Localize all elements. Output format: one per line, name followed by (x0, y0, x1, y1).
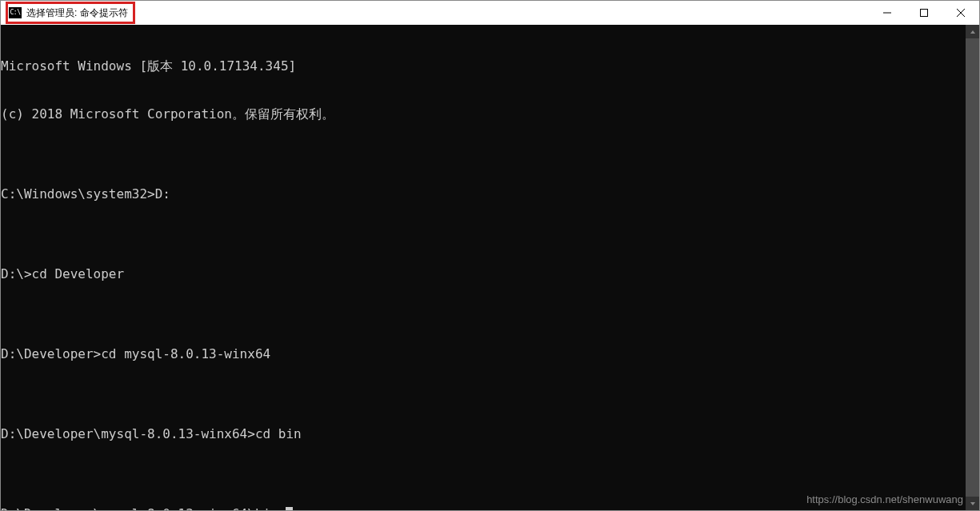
prompt-text: D:\Developer\mysql-8.0.13-winx64\bin> (1, 506, 286, 510)
minimize-icon (883, 9, 891, 17)
close-icon (957, 9, 965, 17)
output-line: D:\>cd Developer (1, 266, 966, 282)
window-controls (869, 1, 979, 25)
title-left: C:\ 选择管理员: 命令提示符 (6, 2, 135, 24)
title-highlight-annotation: C:\ 选择管理员: 命令提示符 (6, 2, 135, 24)
chevron-up-icon (970, 29, 976, 35)
scrollbar-track[interactable] (966, 38, 979, 497)
output-line: D:\Developer>cd mysql-8.0.13-winx64 (1, 346, 966, 362)
svg-rect-1 (921, 10, 928, 17)
close-button[interactable] (942, 1, 979, 25)
output-line: Microsoft Windows [版本 10.0.17134.345] (1, 58, 966, 74)
scrollbar-thumb[interactable] (966, 38, 979, 497)
terminal-area: Microsoft Windows [版本 10.0.17134.345] (c… (1, 25, 979, 510)
output-line: D:\Developer\mysql-8.0.13-winx64>cd bin (1, 426, 966, 442)
scroll-up-button[interactable] (966, 25, 979, 38)
vertical-scrollbar[interactable] (966, 25, 979, 510)
chevron-down-icon (970, 501, 976, 507)
cmd-icon: C:\ (9, 7, 22, 18)
maximize-button[interactable] (906, 1, 942, 25)
current-prompt-line: D:\Developer\mysql-8.0.13-winx64\bin> (1, 506, 966, 510)
window-title: 选择管理员: 命令提示符 (26, 6, 128, 20)
minimize-button[interactable] (869, 1, 906, 25)
terminal-output[interactable]: Microsoft Windows [版本 10.0.17134.345] (c… (1, 25, 966, 510)
watermark-text: https://blog.csdn.net/shenwuwang (806, 493, 963, 505)
output-line: (c) 2018 Microsoft Corporation。保留所有权利。 (1, 106, 966, 122)
output-line: C:\Windows\system32>D: (1, 186, 966, 202)
svg-marker-5 (970, 502, 975, 505)
maximize-icon (920, 9, 928, 17)
titlebar[interactable]: C:\ 选择管理员: 命令提示符 (1, 1, 979, 25)
scroll-down-button[interactable] (966, 497, 979, 510)
cursor (286, 507, 293, 510)
command-prompt-window: C:\ 选择管理员: 命令提示符 Microsoft Windows [版本 1… (0, 0, 980, 511)
svg-marker-4 (970, 30, 975, 34)
